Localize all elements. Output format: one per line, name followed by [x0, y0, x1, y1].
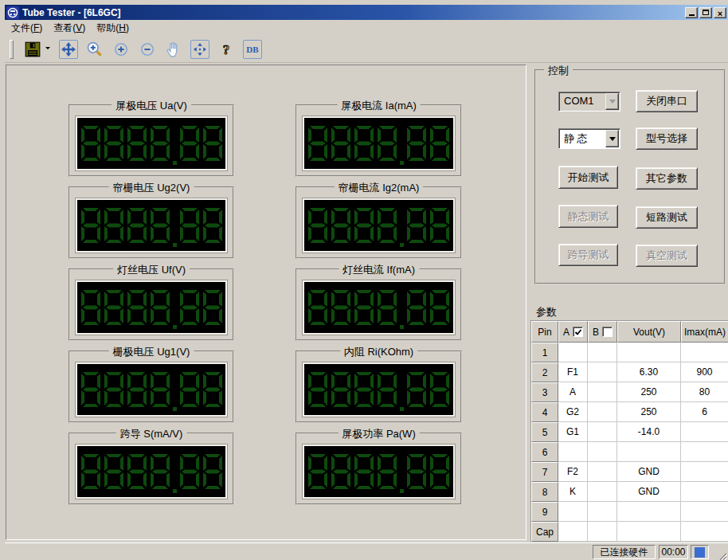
toolbar-grip[interactable]	[10, 40, 14, 59]
close-button[interactable]: ×	[714, 7, 726, 18]
cell-1-b[interactable]	[588, 343, 617, 362]
close-serial-button[interactable]: 关闭串口	[636, 90, 698, 112]
cell-5-imax[interactable]	[681, 422, 728, 442]
cell-1-imax[interactable]	[681, 343, 728, 362]
short-test-button[interactable]: 短路测试	[636, 206, 698, 229]
cell-9-vout[interactable]	[617, 502, 681, 522]
cell-8-vout[interactable]: GND	[617, 482, 681, 502]
cell-6-vout[interactable]	[617, 442, 681, 462]
cell-4-b[interactable]	[588, 402, 617, 422]
maximize-button[interactable]	[699, 7, 712, 18]
cell-3-imax[interactable]: 80	[681, 382, 728, 402]
cell-2-b[interactable]	[588, 362, 617, 382]
menu-item-f[interactable]: 文件(F)	[6, 20, 48, 37]
db-icon: DB	[245, 41, 260, 57]
meter-label: 帘栅电流 Ig2(mA)	[335, 181, 424, 195]
save-dropdown-button[interactable]	[44, 40, 52, 59]
cell-1-vout[interactable]	[617, 343, 681, 362]
cell-3-a[interactable]: A	[558, 382, 588, 402]
pin-header-8[interactable]: 8	[531, 482, 558, 502]
connection-indicator-icon	[695, 547, 705, 558]
pin-header-1[interactable]: 1	[531, 343, 558, 362]
col-header-vout: Vout(V)	[617, 321, 681, 343]
cell-5-b[interactable]	[588, 422, 617, 442]
cell-6-b[interactable]	[588, 442, 617, 462]
database-button[interactable]: DB	[243, 40, 262, 59]
cell-cap-vout[interactable]	[617, 522, 681, 542]
cell-8-a[interactable]: K	[558, 482, 588, 502]
select-center-button[interactable]	[59, 40, 78, 59]
pin-header-7[interactable]: 7	[531, 462, 558, 482]
led-display	[76, 444, 227, 499]
cell-1-a[interactable]	[558, 343, 588, 362]
pin-header-2[interactable]: 2	[531, 362, 558, 382]
pin-header-6[interactable]: 6	[531, 442, 558, 462]
menu-item-v[interactable]: 查看(V)	[48, 20, 91, 37]
com-port-select[interactable]: COM1	[558, 92, 620, 112]
svg-text:?: ?	[223, 42, 230, 57]
cell-5-a[interactable]: G1	[558, 422, 588, 442]
svg-text:DB: DB	[246, 45, 259, 54]
chevron-down-icon[interactable]	[605, 93, 619, 110]
app-window: Tube Tester - [6L6GC] × 文件(F)查看(V)帮助(H) …	[0, 0, 728, 560]
resize-grip-icon[interactable]	[717, 550, 727, 560]
cell-7-imax[interactable]	[681, 462, 728, 482]
cell-6-imax[interactable]	[681, 442, 728, 462]
menu-item-h[interactable]: 帮助(H)	[91, 20, 135, 37]
pin-header-4[interactable]: 4	[531, 402, 558, 422]
checkbox-a[interactable]	[573, 327, 583, 337]
zoom-in-button[interactable]	[112, 40, 131, 59]
meter-s: 跨导 S(mA/V)	[68, 433, 234, 505]
cell-9-b[interactable]	[588, 502, 617, 522]
title-bar[interactable]: Tube Tester - [6L6GC] ×	[5, 5, 728, 20]
window-controls: ×	[685, 7, 728, 18]
mode-select[interactable]: 静 态	[558, 128, 620, 149]
cell-4-imax[interactable]: 6	[681, 402, 728, 422]
cell-7-a[interactable]: F2	[558, 462, 588, 482]
checkbox-b[interactable]	[602, 327, 613, 337]
cell-2-imax[interactable]: 900	[681, 362, 728, 382]
cell-2-a[interactable]: F1	[558, 362, 588, 382]
save-icon	[24, 41, 41, 58]
save-button[interactable]	[23, 40, 42, 59]
pan-button[interactable]	[164, 40, 183, 59]
control-group-title: 控制	[544, 64, 573, 78]
pin-header-3[interactable]: 3	[531, 382, 558, 402]
cell-4-a[interactable]: G2	[558, 402, 588, 422]
cell-cap-imax[interactable]	[681, 522, 728, 542]
cell-5-vout[interactable]: -14.0	[617, 422, 681, 442]
meter-label: 屏极功率 Pa(W)	[338, 427, 419, 441]
led-display	[303, 280, 455, 335]
cell-9-imax[interactable]	[681, 502, 728, 522]
fit-arrows-icon	[192, 41, 208, 57]
cell-8-b[interactable]	[588, 482, 617, 502]
cell-cap-a[interactable]	[558, 522, 588, 542]
cell-7-vout[interactable]: GND	[617, 462, 681, 482]
cell-4-vout[interactable]: 250	[617, 402, 681, 422]
question-mark-icon: ?	[219, 41, 233, 57]
cell-6-a[interactable]	[558, 442, 588, 462]
chevron-down-icon[interactable]	[605, 130, 619, 147]
cell-8-imax[interactable]	[681, 482, 728, 502]
cell-3-vout[interactable]: 250	[617, 382, 681, 402]
meter-uf: 灯丝电压 Uf(V)	[68, 268, 234, 341]
cell-9-a[interactable]	[558, 502, 588, 522]
com-port-value: COM1	[559, 92, 605, 111]
other-params-button[interactable]: 其它参数	[636, 167, 698, 190]
pin-header-cap[interactable]: Cap	[531, 522, 558, 542]
pin-header-9[interactable]: 9	[531, 502, 558, 522]
cell-2-vout[interactable]: 6.30	[617, 362, 681, 382]
pin-header-5[interactable]: 5	[531, 422, 558, 442]
zoom-window-button[interactable]	[85, 40, 104, 59]
model-select-button[interactable]: 型号选择	[636, 127, 698, 150]
start-test-button[interactable]: 开始测试	[558, 166, 618, 189]
close-icon: ×	[718, 6, 722, 20]
cell-3-b[interactable]	[588, 382, 617, 402]
fit-view-button[interactable]	[190, 40, 209, 59]
cell-7-b[interactable]	[588, 462, 617, 482]
minimize-button[interactable]	[685, 7, 698, 18]
meter-ri: 内阻 Ri(KOhm)	[296, 350, 462, 423]
cell-cap-b[interactable]	[588, 522, 617, 542]
zoom-out-button[interactable]	[138, 40, 157, 59]
help-button[interactable]: ?	[217, 40, 236, 59]
